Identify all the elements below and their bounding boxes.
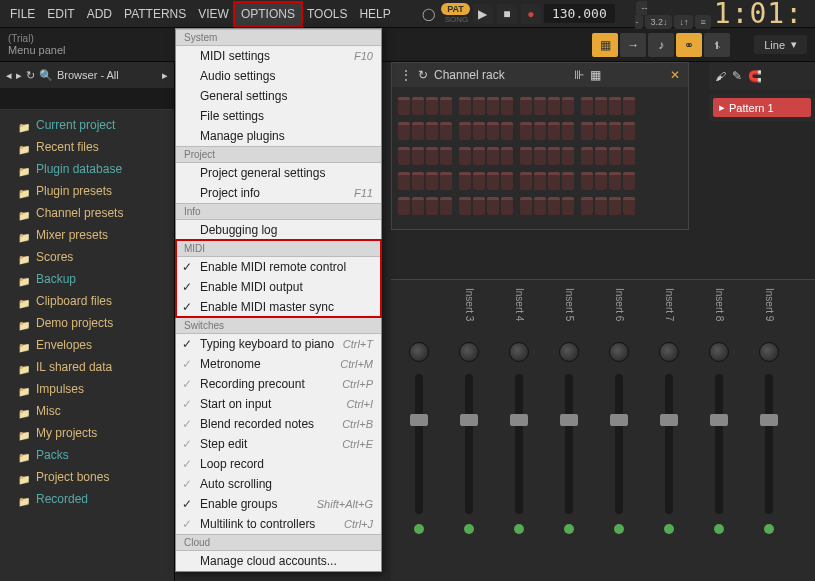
step-button[interactable]	[487, 147, 499, 165]
undo-history-icon[interactable]: ◯	[417, 3, 439, 25]
menu-item-enable-groups[interactable]: ✓Enable groupsShift+Alt+G	[176, 494, 381, 514]
step-button[interactable]	[487, 97, 499, 115]
step-button[interactable]	[609, 97, 621, 115]
fader[interactable]	[665, 374, 673, 514]
mixer-button[interactable]: ⫮	[704, 33, 730, 57]
paint-icon[interactable]: ✎	[732, 69, 742, 83]
step-button[interactable]	[473, 197, 485, 215]
mixer-track[interactable]	[395, 288, 443, 573]
step-button[interactable]	[459, 122, 471, 140]
step-button[interactable]	[562, 122, 574, 140]
mute-button[interactable]	[664, 524, 674, 534]
fader[interactable]	[465, 374, 473, 514]
menu-item-audio-settings[interactable]: Audio settings	[176, 66, 381, 86]
browser-item[interactable]: Mixer presets	[0, 224, 174, 246]
loop-icon[interactable]: ↻	[418, 68, 428, 82]
step-button[interactable]	[501, 122, 513, 140]
mute-button[interactable]	[714, 524, 724, 534]
mixer-track[interactable]: Insert 5	[545, 288, 593, 573]
fader[interactable]	[565, 374, 573, 514]
browser-item[interactable]: Scores	[0, 246, 174, 268]
step-button[interactable]	[426, 122, 438, 140]
play-button[interactable]: ▶	[473, 4, 493, 24]
step-button[interactable]	[412, 172, 424, 190]
menu-item-recording-precount[interactable]: ✓Recording precountCtrl+P	[176, 374, 381, 394]
step-button[interactable]	[412, 197, 424, 215]
step-button[interactable]	[623, 97, 635, 115]
fader-handle[interactable]	[410, 414, 428, 426]
mute-button[interactable]	[414, 524, 424, 534]
menu-item-file-settings[interactable]: File settings	[176, 106, 381, 126]
step-button[interactable]	[412, 122, 424, 140]
browser-item[interactable]: Misc	[0, 400, 174, 422]
browser-item[interactable]: Packs	[0, 444, 174, 466]
mixer-track[interactable]: Insert 7	[645, 288, 693, 573]
menu-item-step-edit[interactable]: ✓Step editCtrl+E	[176, 434, 381, 454]
browser-search-field[interactable]	[0, 88, 174, 110]
mute-button[interactable]	[614, 524, 624, 534]
step-button[interactable]	[548, 172, 560, 190]
step-button[interactable]	[581, 172, 593, 190]
browser-item[interactable]: Backup	[0, 268, 174, 290]
close-icon[interactable]: ✕	[670, 68, 680, 82]
menu-edit[interactable]: EDIT	[41, 3, 80, 25]
step-button[interactable]	[412, 147, 424, 165]
pan-knob[interactable]	[409, 342, 429, 362]
fader[interactable]	[515, 374, 523, 514]
step-button[interactable]	[487, 122, 499, 140]
menu-item-manage-cloud-accounts-[interactable]: Manage cloud accounts...	[176, 551, 381, 571]
pan-knob[interactable]	[509, 342, 529, 362]
step-button[interactable]	[398, 122, 410, 140]
step-button[interactable]	[548, 122, 560, 140]
menu-add[interactable]: ADD	[81, 3, 118, 25]
step-button[interactable]	[501, 97, 513, 115]
step-button[interactable]	[473, 147, 485, 165]
fader-handle[interactable]	[510, 414, 528, 426]
browser-item[interactable]: Recorded	[0, 488, 174, 510]
playlist-button[interactable]: ▦	[592, 33, 618, 57]
step-button[interactable]	[595, 197, 607, 215]
pan-knob[interactable]	[709, 342, 729, 362]
step-button[interactable]	[501, 147, 513, 165]
record-button[interactable]: ●	[521, 4, 541, 24]
menu-tools[interactable]: TOOLS	[301, 3, 353, 25]
step-button[interactable]	[595, 122, 607, 140]
browser-item[interactable]: Current project	[0, 114, 174, 136]
step-button[interactable]	[548, 147, 560, 165]
step-button[interactable]	[520, 172, 532, 190]
pattern-mode-badge[interactable]: PAT	[441, 3, 470, 15]
fader-handle[interactable]	[760, 414, 778, 426]
browser-header[interactable]: ◂ ▸ ↻ 🔍 Browser - All ▸	[0, 62, 174, 88]
step-button[interactable]	[426, 172, 438, 190]
nav-back-icon[interactable]: ◂	[6, 69, 12, 82]
fader-handle[interactable]	[710, 414, 728, 426]
chevron-right-icon[interactable]: ▸	[162, 69, 168, 82]
toolbar-pill[interactable]: 3.2↓	[645, 15, 672, 29]
step-button[interactable]	[459, 147, 471, 165]
browser-item[interactable]: My projects	[0, 422, 174, 444]
step-button[interactable]	[562, 172, 574, 190]
browser-item[interactable]: Impulses	[0, 378, 174, 400]
menu-patterns[interactable]: PATTERNS	[118, 3, 192, 25]
fader[interactable]	[415, 374, 423, 514]
mixer-track[interactable]: Insert 8	[695, 288, 743, 573]
step-button[interactable]	[562, 197, 574, 215]
browser-item[interactable]: Channel presets	[0, 202, 174, 224]
step-button[interactable]	[623, 172, 635, 190]
step-button[interactable]	[548, 97, 560, 115]
fader-handle[interactable]	[610, 414, 628, 426]
step-button[interactable]	[534, 97, 546, 115]
step-button[interactable]	[595, 147, 607, 165]
toolbar-pill[interactable]: ≡	[695, 15, 710, 29]
piano-roll-button[interactable]: →	[620, 33, 646, 57]
step-button[interactable]	[440, 147, 452, 165]
fader-handle[interactable]	[460, 414, 478, 426]
menu-item-start-on-input[interactable]: ✓Start on inputCtrl+I	[176, 394, 381, 414]
fader[interactable]	[765, 374, 773, 514]
browser-item[interactable]: Project bones	[0, 466, 174, 488]
menu-item-general-settings[interactable]: General settings	[176, 86, 381, 106]
browser-item[interactable]: IL shared data	[0, 356, 174, 378]
song-mode-label[interactable]: SONG	[445, 15, 469, 24]
step-button[interactable]	[609, 147, 621, 165]
step-button[interactable]	[609, 122, 621, 140]
